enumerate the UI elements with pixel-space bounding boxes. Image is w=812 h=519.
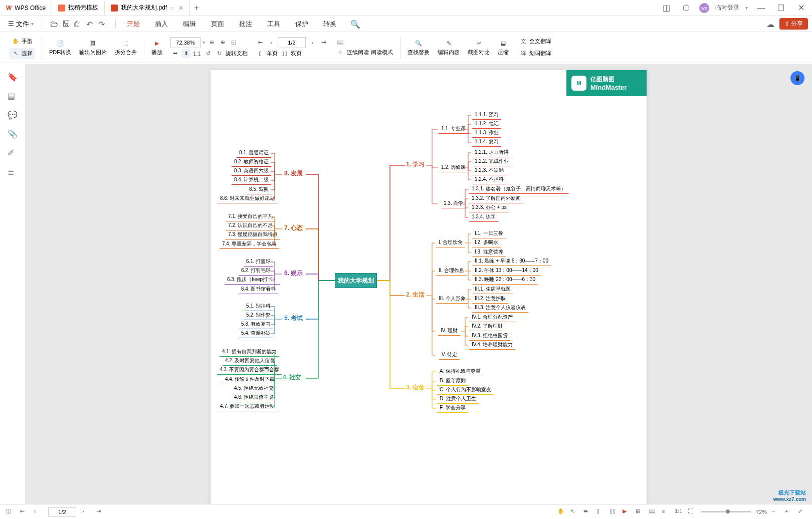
single-page-icon[interactable]: ▯: [596, 508, 604, 516]
node: 1.2.1. 尽力听讲: [472, 148, 511, 157]
first-page-icon[interactable]: ⇤: [256, 38, 265, 47]
rotate-label[interactable]: 旋转文档: [226, 50, 248, 57]
cloud-icon[interactable]: ☁: [766, 20, 775, 29]
zoom-input[interactable]: [170, 37, 200, 48]
zoom-in-icon[interactable]: ⊕: [218, 38, 227, 47]
node: III. 个人形象: [436, 294, 468, 304]
word-translate-button[interactable]: 译划词翻译: [517, 48, 553, 59]
grid-icon[interactable]: ⊞: [636, 508, 644, 516]
hand-icon[interactable]: ✋: [557, 508, 565, 516]
signature-icon[interactable]: ✐: [8, 148, 18, 158]
expand-icon[interactable]: ⤢: [798, 508, 806, 516]
export-image-button[interactable]: 🖼输出为图片: [76, 38, 110, 57]
double-page-icon[interactable]: ▯▯: [610, 508, 618, 516]
tab-wps-office[interactable]: W WPS Office: [0, 1, 52, 15]
continuous-icon[interactable]: ≡: [662, 508, 670, 516]
continuous-label[interactable]: 连续阅读: [347, 49, 369, 56]
file-menu[interactable]: ☰ 文件 ▾: [4, 20, 38, 29]
node: E. 学会分享: [437, 403, 468, 413]
rotate-right-icon[interactable]: ↻: [215, 49, 224, 58]
fit-icon[interactable]: ◱: [229, 38, 238, 47]
prev-page-icon[interactable]: ‹: [267, 38, 276, 47]
cube-icon[interactable]: ⬡: [679, 1, 693, 15]
prev-page-icon[interactable]: ‹: [34, 508, 42, 516]
share-button[interactable]: ⇪ 分享: [779, 18, 808, 30]
new-tab-button[interactable]: +: [190, 4, 202, 13]
bookmark-icon[interactable]: 🔖: [8, 72, 18, 82]
edit-content-button[interactable]: ✎编辑内容: [435, 38, 463, 57]
float-action-button[interactable]: 📱: [790, 71, 804, 85]
rotate-left-icon[interactable]: ↺: [204, 49, 213, 58]
avatar[interactable]: wp: [699, 3, 709, 13]
canvas-area[interactable]: M 亿图脑图 MindMaster 我的大学规划 1. 学习 2. 生活 3. …: [25, 64, 812, 504]
fit-height-icon[interactable]: ⬍: [181, 49, 190, 58]
menu-start[interactable]: 开始: [120, 20, 147, 29]
next-page-icon[interactable]: ›: [308, 38, 317, 47]
status-page-input[interactable]: [48, 507, 76, 516]
book-icon[interactable]: 📖: [336, 38, 345, 47]
play-button[interactable]: ▶播放: [148, 38, 165, 57]
actual-size-icon[interactable]: 1:1: [192, 49, 201, 58]
last-page-icon[interactable]: ⇥: [319, 38, 328, 47]
menu-insert[interactable]: 插入: [148, 20, 175, 29]
layout-icon[interactable]: ◫: [659, 1, 673, 15]
menu-annotate[interactable]: 批注: [232, 20, 259, 29]
sidebar-toggle-icon[interactable]: ◫: [6, 508, 14, 516]
read-mode-label[interactable]: 阅读模式: [371, 49, 393, 56]
full-translate-button[interactable]: 文全文翻译: [517, 36, 553, 47]
tab-active-pdf[interactable]: 我的大学规划.pdf ○ ✕: [105, 1, 190, 15]
menu-convert[interactable]: 转换: [316, 20, 343, 29]
save-icon[interactable]: 🖫: [62, 20, 71, 29]
page-input[interactable]: [278, 37, 306, 48]
undo-icon[interactable]: ↶: [86, 20, 95, 29]
compress-button[interactable]: ⬓压缩: [495, 38, 512, 57]
double-page-label[interactable]: 双页: [291, 50, 302, 57]
node: II.1. 晨练 + 早读 6：30——7：00: [472, 256, 551, 266]
close-button[interactable]: ✕: [794, 1, 808, 15]
tab-templates[interactable]: 找稻壳模板: [52, 1, 105, 15]
minimize-button[interactable]: —: [754, 1, 768, 15]
single-page-label[interactable]: 单页: [267, 50, 278, 57]
open-icon[interactable]: 🗁: [50, 20, 59, 29]
search-icon[interactable]: 🔍: [350, 20, 359, 29]
pdf-convert-button[interactable]: 📄PDF转换: [46, 38, 74, 57]
menu-page[interactable]: 页面: [204, 20, 231, 29]
print-icon[interactable]: ⎙: [74, 20, 83, 29]
menu-tools[interactable]: 工具: [260, 20, 287, 29]
redo-icon[interactable]: ↷: [98, 20, 107, 29]
double-page-icon[interactable]: ▯▯: [280, 49, 289, 58]
comment-icon[interactable]: 💬: [8, 110, 18, 120]
select-tool-button[interactable]: ↖选择: [9, 48, 35, 59]
fullscreen-icon[interactable]: ⛶: [688, 508, 696, 516]
fit-width-icon[interactable]: ⬌: [583, 508, 591, 516]
menu-edit[interactable]: 编辑: [176, 20, 203, 29]
node: 8.5. 驾照: [247, 185, 271, 194]
zoom-in-icon[interactable]: +: [785, 508, 793, 516]
first-page-icon[interactable]: ⇤: [20, 508, 28, 516]
book-icon[interactable]: 📖: [649, 508, 657, 516]
thumbnail-icon[interactable]: ▤: [8, 91, 18, 101]
layers-icon[interactable]: ≣: [8, 167, 18, 177]
zoom-out-icon[interactable]: −: [772, 508, 780, 516]
close-icon[interactable]: ✕: [178, 5, 183, 12]
zoom-out-icon[interactable]: ⊖: [207, 38, 216, 47]
hand-tool-button[interactable]: ✋手型: [9, 36, 35, 47]
find-replace-button[interactable]: 🔍查找替换: [404, 38, 433, 57]
next-page-icon[interactable]: ›: [82, 508, 90, 516]
node: B. 坚守原则: [437, 376, 468, 386]
maximize-button[interactable]: ☐: [774, 1, 788, 15]
continuous-icon[interactable]: ≡: [336, 48, 345, 57]
cursor-icon[interactable]: ↖: [570, 508, 578, 516]
fit-width-icon[interactable]: ⬌: [170, 49, 179, 58]
node: 1.3.2. 了解国内外新闻: [469, 194, 523, 203]
attachment-icon[interactable]: 📎: [8, 129, 18, 139]
single-page-icon[interactable]: ▯: [256, 49, 265, 58]
login-label[interactable]: 临时登录: [715, 4, 739, 12]
screenshot-compare-button[interactable]: ✂截图对比: [465, 38, 493, 57]
menu-protect[interactable]: 保护: [288, 20, 315, 29]
play-icon[interactable]: ▶: [623, 508, 631, 516]
last-page-icon[interactable]: ⇥: [96, 508, 104, 516]
split-merge-button[interactable]: ⬚拆分合并: [112, 38, 140, 57]
actual-size-icon[interactable]: 1:1: [675, 508, 683, 516]
zoom-slider[interactable]: [701, 511, 751, 512]
